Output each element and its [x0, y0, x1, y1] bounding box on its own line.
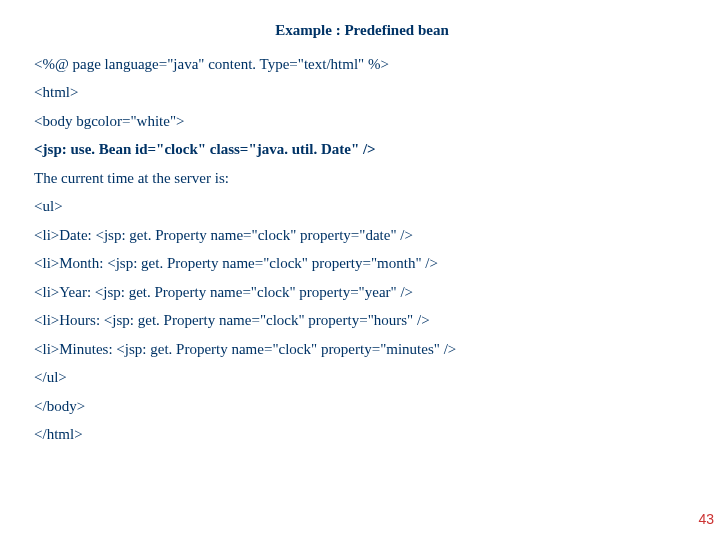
- code-line: <li>Month: <jsp: get. Property name="clo…: [34, 251, 690, 277]
- slide-title: Example : Predefined bean: [34, 18, 690, 44]
- code-line: </body>: [34, 394, 690, 420]
- code-line: <li>Year: <jsp: get. Property name="cloc…: [34, 280, 690, 306]
- code-line: <html>: [34, 80, 690, 106]
- code-line-bold: <jsp: use. Bean id="clock" class="java. …: [34, 137, 690, 163]
- code-line: <body bgcolor="white">: [34, 109, 690, 135]
- code-line: <li>Minutes: <jsp: get. Property name="c…: [34, 337, 690, 363]
- code-line: <ul>: [34, 194, 690, 220]
- code-line: <li>Date: <jsp: get. Property name="cloc…: [34, 223, 690, 249]
- code-line: <li>Hours: <jsp: get. Property name="clo…: [34, 308, 690, 334]
- code-line: The current time at the server is:: [34, 166, 690, 192]
- page-number: 43: [698, 508, 714, 532]
- code-line: </ul>: [34, 365, 690, 391]
- code-line: </html>: [34, 422, 690, 448]
- slide-content: Example : Predefined bean <%@ page langu…: [0, 0, 720, 448]
- code-line: <%@ page language="java" content. Type="…: [34, 52, 690, 78]
